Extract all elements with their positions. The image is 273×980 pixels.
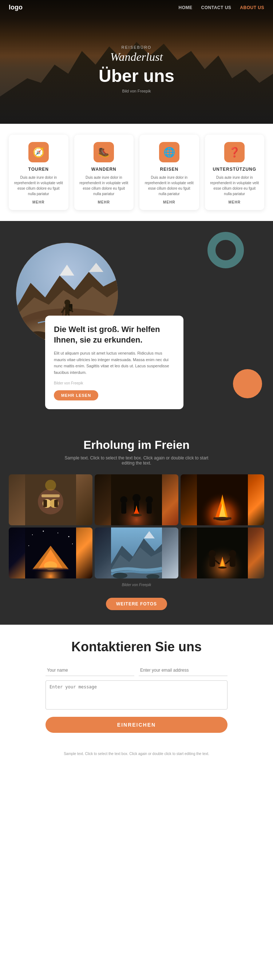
- card-reisen: 🌐 REISEN Duis aute irure dolor in repreh…: [140, 135, 199, 210]
- form-name-email-row: [46, 665, 227, 676]
- navbar: logo HOME CONTACT US ABOUT US: [0, 0, 273, 15]
- gallery-item-campfire-group: [95, 474, 178, 525]
- nav-links: HOME CONTACT US ABOUT US: [179, 5, 264, 10]
- explore-section: Die Welt ist groß. Wir helfen Ihnen, sie…: [0, 221, 273, 427]
- contact-section: Kontaktieren Sie uns EINREICHEN: [0, 625, 273, 744]
- svg-point-28: [132, 494, 141, 502]
- card-more-0[interactable]: MEHR: [14, 200, 63, 204]
- svg-rect-66: [230, 557, 235, 567]
- card-icon-wrap-0: 🧭: [29, 142, 49, 162]
- svg-point-23: [45, 480, 56, 491]
- svg-rect-31: [147, 503, 152, 514]
- card-unterstuetzung: ❓ UNTERSTÜTZUNG Duis aute irure dolor in…: [205, 135, 265, 210]
- contact-form: EINREICHEN: [46, 665, 227, 733]
- hero-subtitle: REISEBÜRO: [98, 45, 175, 49]
- svg-rect-64: [209, 557, 215, 567]
- card-title-1: WANDERN: [79, 167, 129, 172]
- svg-point-34: [131, 514, 142, 517]
- svg-point-65: [229, 550, 236, 557]
- card-more-3[interactable]: MEHR: [210, 200, 260, 204]
- footer-text: Sample text. Click to select the text bo…: [0, 744, 273, 764]
- explore-heading: Die Welt ist groß. Wir helfen Ihnen, sie…: [54, 325, 175, 345]
- card-icon-wrap-1: 🥾: [94, 142, 114, 162]
- hero-credit: Bild von Freepik: [98, 89, 175, 93]
- explore-credit: Bilder von Freepik: [54, 381, 175, 385]
- svg-rect-42: [213, 517, 232, 520]
- wandern-icon: 🥾: [98, 147, 110, 158]
- email-input[interactable]: [139, 665, 227, 676]
- more-photos-button[interactable]: WEITERE FOTOS: [106, 598, 167, 610]
- svg-rect-27: [121, 503, 126, 514]
- nav-contact[interactable]: CONTACT US: [201, 5, 232, 10]
- card-text-1: Duis aute irure dolor in reprehenderit i…: [79, 175, 129, 197]
- gallery-grid-top: [9, 474, 264, 525]
- name-input[interactable]: [46, 665, 134, 676]
- gallery-item-river: [95, 528, 178, 579]
- message-textarea[interactable]: [46, 680, 227, 710]
- svg-point-46: [57, 533, 58, 533]
- gallery-subtitle: Sample text. Click to select the text bo…: [64, 455, 209, 466]
- svg-point-59: [113, 573, 127, 579]
- svg-point-69: [218, 566, 227, 569]
- gallery-item-camp-food: [9, 474, 92, 525]
- svg-point-47: [68, 536, 70, 537]
- hero-brand: Wanderlust: [98, 50, 175, 64]
- card-text-3: Duis aute irure dolor in reprehenderit i…: [210, 175, 260, 197]
- logo: logo: [9, 4, 22, 11]
- nav-home[interactable]: HOME: [179, 5, 192, 10]
- svg-point-30: [146, 496, 153, 503]
- explore-content-card: Die Welt ist groß. Wir helfen Ihnen, sie…: [45, 316, 183, 409]
- touren-icon: 🧭: [33, 147, 44, 158]
- gallery-grid-bottom: [9, 528, 264, 579]
- card-title-2: REISEN: [144, 167, 194, 172]
- cards-grid: 🧭 TOUREN Duis aute irure dolor in repreh…: [9, 135, 264, 210]
- svg-rect-18: [41, 494, 60, 497]
- svg-point-54: [30, 568, 71, 572]
- card-more-1[interactable]: MEHR: [79, 200, 129, 204]
- svg-point-48: [29, 545, 29, 546]
- hero-content: REISEBÜRO Wanderlust Über uns Bild von F…: [98, 45, 175, 93]
- svg-point-49: [72, 544, 73, 544]
- unterstuetzung-icon: ❓: [229, 147, 240, 158]
- gallery-credit: Bilder von Freepik: [9, 583, 264, 587]
- hero-section: REISEBÜRO Wanderlust Über uns Bild von F…: [0, 0, 273, 124]
- card-title-0: TOUREN: [14, 167, 63, 172]
- gallery-item-tent-night: [9, 528, 92, 579]
- gallery-title: Erholung im Freien: [9, 438, 264, 452]
- svg-point-63: [209, 550, 216, 557]
- nav-about[interactable]: ABOUT US: [240, 5, 264, 10]
- cards-section: 🧭 TOUREN Duis aute irure dolor in repreh…: [0, 124, 273, 221]
- circle-teal-decoration: [208, 232, 244, 268]
- card-icon-wrap-3: ❓: [224, 142, 244, 162]
- card-text-0: Duis aute irure dolor in reprehenderit i…: [14, 175, 63, 197]
- svg-point-45: [43, 530, 44, 531]
- hero-title: Über uns: [98, 66, 175, 86]
- card-icon-wrap-2: 🌐: [159, 142, 179, 162]
- svg-rect-21: [43, 500, 47, 507]
- gallery-item-couple-fire: [181, 528, 264, 579]
- contact-title: Kontaktieren Sie uns: [9, 639, 264, 655]
- explore-body: Elit ut aliquam purus sit amet luctus ve…: [54, 350, 175, 376]
- gallery-item-bonfire: [181, 474, 264, 525]
- svg-rect-22: [54, 500, 58, 507]
- card-text-2: Duis aute irure dolor in reprehenderit i…: [144, 175, 194, 197]
- circle-orange-decoration: [233, 369, 262, 398]
- svg-point-26: [120, 496, 127, 503]
- card-title-3: UNTERSTÜTZUNG: [210, 167, 260, 172]
- card-touren: 🧭 TOUREN Duis aute irure dolor in repreh…: [9, 135, 68, 210]
- submit-button[interactable]: EINREICHEN: [46, 717, 227, 733]
- read-more-button[interactable]: MEHR LESEN: [54, 390, 98, 401]
- svg-point-44: [32, 535, 33, 535]
- reisen-icon: 🌐: [163, 147, 175, 158]
- gallery-section: Erholung im Freien Sample text. Click to…: [0, 427, 273, 625]
- card-wandern: 🥾 WANDERN Duis aute irure dolor in repre…: [74, 135, 134, 210]
- card-more-2[interactable]: MEHR: [144, 200, 194, 204]
